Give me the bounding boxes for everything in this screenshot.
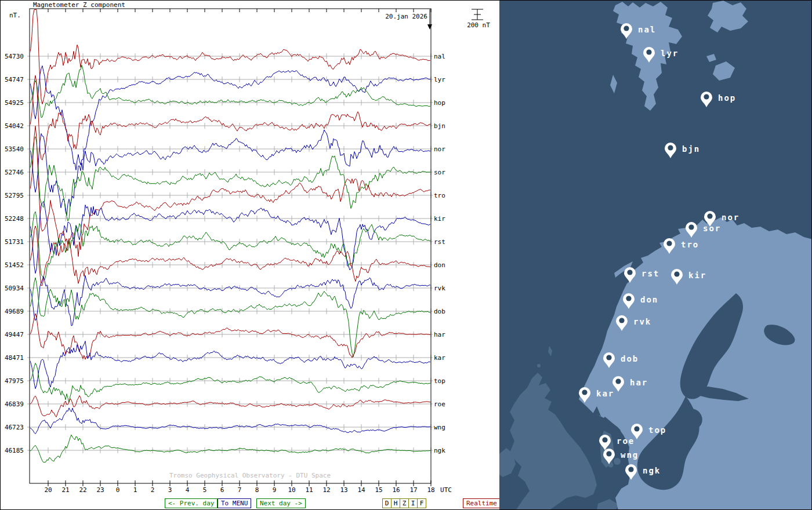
baseline-value-nor: 53540 [5,145,24,153]
x-axis-hour-label: 9 [273,486,277,494]
prev-day-button[interactable]: <- Prev. day [165,498,217,508]
pin-label-lyr: lyr [661,49,679,58]
component-button-D[interactable]: D [382,498,392,508]
pin-label-don: don [640,295,658,304]
x-axis-hour-label: 8 [255,486,259,494]
baseline-value-rst: 51731 [5,238,24,246]
pin-label-rst: rst [641,269,659,278]
x-axis-hour-label: 20 [44,486,52,494]
x-axis-hour-label: 17 [409,486,417,494]
next-day-button[interactable]: Next day -> [256,498,306,508]
magnetogram-trace-roe [30,396,431,417]
station-label-dob: dob [434,308,445,315]
baseline-value-kir: 52248 [5,215,24,223]
station-label-top: top [434,377,445,385]
to-menu-button[interactable]: To MENU [217,498,251,508]
baseline-value-nal: 54730 [5,53,24,60]
baseline-value-tro: 52795 [5,192,24,199]
magnetogram-plot: 54730nal54747lyr54925hop54042bjn53540nor… [1,1,499,510]
baseline-value-wng: 46723 [5,424,24,431]
magnetogram-trace-hop [30,65,431,118]
magnetogram-trace-nal [30,10,431,104]
x-axis-hour-label: 6 [220,486,224,494]
pin-hole [615,378,621,384]
scale-bar-label: 200 nT [462,21,495,29]
magnetogram-trace-dob [30,278,431,357]
station-label-tro: tro [434,192,445,199]
pin-label-dob: dob [621,354,639,363]
axes: 54730nal54747lyr54925hop54042bjn53540nor… [5,9,483,494]
baseline-value-dob: 49689 [5,308,24,315]
pin-hole [606,355,611,360]
baseline-value-don: 51452 [5,261,24,269]
pin-label-hop: hop [718,93,736,103]
pin-label-bjn: bjn [682,144,700,154]
x-axis-hour-label: 0 [116,486,120,494]
x-axis-hour-label: 3 [168,486,172,494]
x-axis-hour-label: 12 [322,486,330,494]
baseline-value-hop: 54925 [5,99,24,107]
x-axis-hour-label: 7 [238,486,242,494]
plot-title: Magnetometer Z component [33,1,125,9]
pin-hole [626,296,631,301]
pin-hole [666,241,672,246]
component-button-I[interactable]: I [408,498,418,508]
station-map: nallyrhopbjnnorsortrorstkirdonrvkdobhark… [499,1,812,510]
baseline-value-top: 47975 [5,377,24,385]
date-label: 20.jan 2026 [378,13,427,20]
station-label-wng: wng [434,424,445,431]
station-label-nor: nor [434,145,445,153]
station-map-panel: nallyrhopbjnnorsortrorstkirdonrvkdobhark… [499,1,812,510]
pin-label-top: top [648,425,666,435]
magnetogram-trace-kir [30,202,431,274]
x-axis-hour-label: 4 [186,486,190,494]
baseline-value-sor: 52746 [5,169,24,176]
realtime-button[interactable]: Realtime [463,498,501,508]
pin-hole [627,269,632,275]
baseline-value-lyr: 54747 [5,76,24,83]
x-axis-unit-label: UTC [440,486,452,494]
baseline-value-bjn: 54042 [5,122,24,130]
pin-hole [688,224,694,230]
pin-hole [628,467,633,472]
station-label-rst: rst [434,238,445,246]
component-selector: DHZIF [382,498,426,508]
station-label-kir: kir [434,215,445,223]
pin-hole [674,271,679,276]
baseline-value-ngk: 46185 [5,447,24,454]
magnetogram-trace-bjn [30,75,431,160]
magnetogram-trace-tro [30,126,431,256]
baseline-value-roe: 46839 [5,400,24,408]
pin-hole [606,451,611,456]
pin-label-wng: wng [621,450,639,460]
pin-hole [624,26,629,31]
gridlines [27,53,433,453]
pin-hole [634,426,639,431]
station-label-bjn: bjn [434,122,445,130]
x-axis-hour-label: 22 [79,486,86,494]
station-label-sor: sor [434,169,445,176]
component-button-H[interactable]: H [391,498,400,508]
pin-label-nal: nal [638,25,656,34]
component-button-Z[interactable]: Z [400,498,409,508]
pin-hole [582,389,587,395]
pin-label-nor: nor [722,213,740,222]
baseline-value-kar: 48471 [5,354,24,362]
station-label-rvk: rvk [434,285,445,292]
plot-frame [30,9,431,483]
station-label-kar: kar [434,354,445,362]
station-label-don: don [434,261,445,269]
pin-label-kar: kar [596,389,614,398]
x-axis-hour-label: 15 [375,486,382,494]
x-axis-hour-label: 16 [392,486,400,494]
pin-label-rvk: rvk [633,317,651,326]
station-label-hop: hop [434,99,445,107]
magnetogram-trace-sor [30,137,431,221]
pin-hole [668,145,673,150]
x-axis-hour-label: 5 [203,486,207,494]
component-button-F[interactable]: F [417,498,426,508]
pin-label-har: har [630,378,648,387]
station-label-roe: roe [434,400,445,408]
observatory-credit: Tromso Geophysical Observatory - DTU Spa… [1,472,499,479]
station-label-nal: nal [434,53,445,60]
